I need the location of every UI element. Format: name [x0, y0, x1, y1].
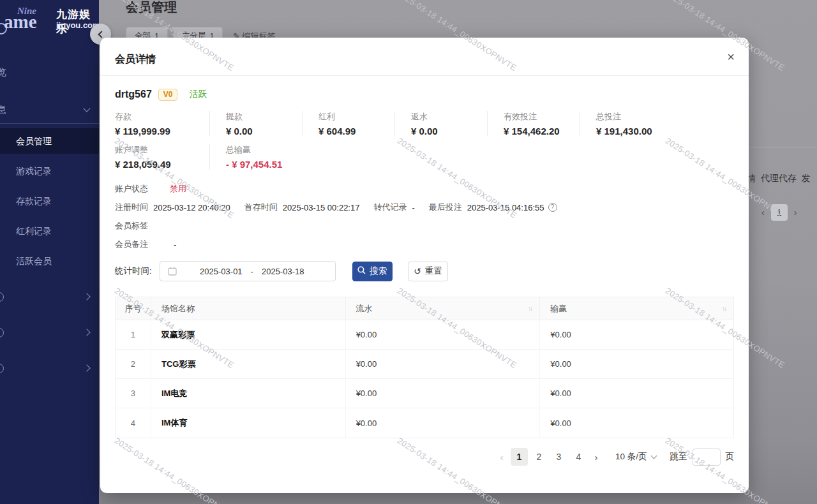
column-label: 序号	[124, 303, 141, 315]
sidebar-collapsed-group[interactable]	[0, 355, 99, 381]
page-jump-input[interactable]	[693, 448, 721, 466]
sidebar-partial-item[interactable]: 览	[0, 66, 6, 78]
next-page-icon[interactable]: ›	[794, 207, 797, 218]
sidebar-collapsed-group[interactable]	[0, 284, 99, 309]
member-notes-value: -	[174, 240, 176, 249]
page-number[interactable]: 3	[550, 448, 567, 466]
reset-button[interactable]: ↺ 重置	[408, 262, 448, 281]
reset-icon: ↺	[414, 267, 421, 276]
page-number[interactable]: 1	[771, 204, 788, 221]
cell-winloss: ¥0.00	[540, 379, 733, 408]
stat-item: 有效投注¥ 154,462.20	[487, 111, 580, 137]
table-row: 4IM体育¥0.00¥0.00	[116, 408, 733, 438]
stat-label: 返水	[411, 111, 487, 122]
times-row: 注册时间2025-03-12 20:40:20首存时间2025-03-15 00…	[115, 202, 734, 213]
stat-label: 总投注	[596, 111, 672, 122]
stat-item: 红利¥ 604.99	[302, 111, 394, 137]
menu-group-icon	[0, 364, 4, 373]
menu-group-icon	[0, 328, 4, 337]
sidebar-item[interactable]: 存款记录	[0, 188, 99, 214]
modal-title: 会员详情	[115, 53, 156, 66]
page-number[interactable]: 2	[530, 448, 548, 466]
sidebar-item[interactable]: 活跃会员	[0, 248, 99, 274]
chevron-left-icon	[98, 31, 105, 38]
sidebar-item[interactable]: 游戏记录	[0, 158, 99, 184]
sort-icon[interactable]: ↑↓	[722, 305, 726, 312]
table-row: 1双赢彩票¥0.00¥0.00	[116, 320, 733, 350]
prev-page-icon[interactable]: ‹	[494, 452, 509, 463]
table-header-row: 序号场馆名称流水↑↓输赢↑↓	[116, 297, 733, 320]
cell-venue-name: TCG彩票	[151, 350, 346, 378]
stat-value: ¥ 604.99	[319, 126, 394, 137]
stat-item: 总输赢- ¥ 97,454.51	[209, 144, 302, 170]
date-end[interactable]: 2025-03-18	[262, 267, 304, 276]
sidebar-item[interactable]: 红利记录	[0, 218, 99, 244]
page-number[interactable]: 1	[511, 448, 528, 466]
stats-row-1: 存款¥ 119,999.99提款¥ 0.00红利¥ 604.99返水¥ 0.00…	[115, 111, 734, 137]
date-range-picker[interactable]: 2025-03-01 - 2025-03-18	[160, 261, 336, 281]
stat-value: - ¥ 97,454.51	[226, 159, 302, 170]
page-title: 会员管理	[126, 0, 177, 16]
sidebar-group-member-info[interactable]: 息	[0, 97, 99, 122]
close-icon[interactable]: ×	[727, 50, 735, 63]
cell-turnover: ¥0.00	[346, 350, 541, 378]
sidebar-menu: 会员管理游戏记录存款记录红利记录活跃会员	[0, 128, 99, 278]
member-tags-row: 会员标签	[115, 220, 734, 232]
statistics-filter-row: 统计时间: 2025-03-01 - 2025-03-18 搜索	[115, 261, 734, 281]
member-notes-row: 会员备注 -	[115, 239, 734, 250]
time-value: 2025-03-12 20:40:20	[153, 203, 230, 212]
sidebar-collapsed-groups	[0, 284, 99, 391]
vip-level-badge: V0	[158, 89, 178, 101]
column-header-1: 序号	[116, 297, 151, 320]
chevron-right-icon	[83, 293, 90, 300]
statistics-time-label: 统计时间:	[115, 265, 152, 277]
background-divider	[742, 147, 817, 147]
chevron-down-icon	[83, 105, 90, 112]
time-value: -	[412, 203, 414, 212]
page-size-select[interactable]: 10 条/页	[615, 451, 656, 463]
column-header-2: 场馆名称	[151, 297, 346, 320]
sort-icon[interactable]: ↑↓	[528, 305, 532, 312]
column-label: 流水	[356, 303, 373, 315]
cell-turnover: ¥0.00	[346, 379, 541, 408]
member-notes-label: 会员备注	[115, 239, 148, 250]
stat-label: 总输赢	[226, 144, 302, 156]
stat-item: 账户调整¥ 218,059.49	[115, 144, 209, 170]
page-number[interactable]: 4	[570, 448, 587, 466]
column-header-3[interactable]: 流水↑↓	[346, 297, 541, 320]
time-label: 转代记录	[373, 202, 407, 213]
column-label: 输赢	[550, 303, 567, 315]
cell-venue-name: IM体育	[151, 408, 346, 438]
stat-label: 红利	[319, 111, 394, 122]
brand-logo[interactable]: Nine ame 九游娱乐 jiuyou.com	[0, 0, 99, 47]
next-page-icon[interactable]: ›	[588, 452, 604, 463]
stat-item: 返水¥ 0.00	[394, 111, 487, 137]
cell-turnover: ¥0.00	[346, 408, 541, 438]
column-label: 场馆名称	[161, 303, 195, 315]
page-numbers: 1234	[509, 448, 588, 466]
column-header-4[interactable]: 输赢↑↓	[540, 297, 733, 320]
time-label: 最后投注	[429, 202, 462, 213]
chevron-right-icon	[83, 364, 90, 371]
app-root: Nine ame 九游娱乐 jiuyou.com 览 息 会员管理游戏记录存款记…	[0, 0, 817, 504]
sidebar-collapsed-group[interactable]	[0, 320, 99, 345]
stat-value: ¥ 218,059.49	[115, 159, 209, 170]
member-activity-status: 活跃	[189, 89, 207, 100]
cell-index: 2	[116, 350, 151, 378]
stat-item: 总投注¥ 191,430.00	[580, 111, 672, 137]
search-button[interactable]: 搜索	[352, 262, 393, 281]
brand-text-en-bottom: ame	[4, 11, 37, 33]
cell-turnover: ¥0.00	[346, 320, 541, 349]
date-start[interactable]: 2025-03-01	[200, 267, 243, 276]
cell-winloss: ¥0.00	[540, 350, 733, 378]
stat-value: ¥ 191,430.00	[596, 126, 672, 137]
sidebar-item[interactable]: 会员管理	[0, 128, 99, 154]
stat-item: 存款¥ 119,999.99	[115, 111, 209, 137]
member-tags-label: 会员标签	[115, 220, 148, 232]
prev-page-icon[interactable]: ‹	[761, 207, 765, 218]
time-value: 2025-03-15 00:22:17	[283, 203, 360, 212]
date-separator: -	[251, 267, 253, 276]
time-label: 首存时间	[244, 202, 278, 213]
question-circle-icon[interactable]: ?	[548, 203, 557, 212]
chevron-right-icon	[83, 329, 90, 336]
